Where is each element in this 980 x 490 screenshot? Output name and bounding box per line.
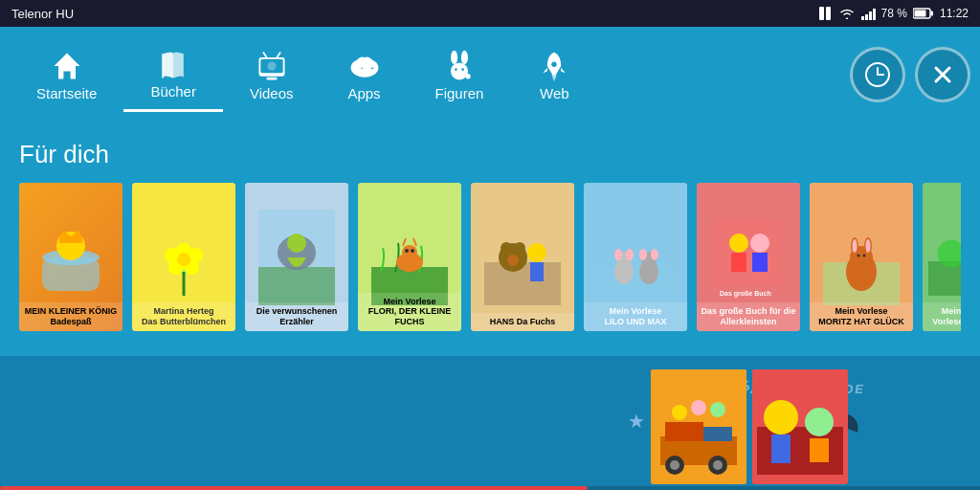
svg-point-98 (764, 400, 798, 434)
book-cover-2: Martina HertegDas Butterblümchen (132, 183, 235, 331)
nav-label-startseite: Startseite (36, 85, 97, 101)
book-illustration-1 (33, 210, 109, 305)
svg-point-77 (853, 239, 858, 253)
close-icon (928, 60, 957, 89)
star-decoration-6: ★ (628, 410, 645, 433)
book-title-6: Mein VorleseLILO UND MAX (584, 302, 687, 331)
book-cover-1: MEIN KLEINER KÖNIG Badespaß (19, 183, 122, 331)
gamepad-icon (347, 49, 382, 83)
book-card-9[interactable]: Mein Vorlese... (923, 183, 961, 331)
nav-label-web: Web (540, 85, 569, 101)
book-cover-6: Mein VorleseLILO UND MAX (584, 183, 687, 331)
book-illustration-2 (145, 210, 222, 305)
signal-bars (861, 7, 876, 20)
nav-item-videos[interactable]: Videos (223, 39, 321, 111)
svg-point-44 (287, 234, 306, 253)
clock-button[interactable] (850, 47, 905, 102)
nav-item-web[interactable]: Web (510, 39, 598, 111)
svg-point-79 (858, 254, 860, 256)
svg-rect-5 (162, 54, 164, 78)
book-card-2[interactable]: Martina HertegDas Butterblümchen (132, 183, 235, 331)
svg-point-48 (405, 249, 409, 253)
section-title: Für dich (19, 140, 961, 169)
book-card-6[interactable]: Mein VorleseLILO UND MAX (584, 183, 687, 331)
book-illustration-5 (484, 210, 561, 305)
svg-rect-66 (715, 219, 782, 286)
svg-point-49 (411, 249, 414, 253)
svg-point-11 (267, 61, 276, 70)
book-card-7[interactable]: Das große Buch Das große Buch für die Al… (697, 183, 800, 331)
svg-point-18 (461, 50, 468, 63)
svg-point-69 (750, 234, 769, 253)
svg-rect-97 (757, 427, 843, 475)
status-bar: Telenor HU 78 % 11:22 (0, 0, 980, 27)
svg-rect-100 (771, 434, 791, 463)
svg-rect-3 (930, 11, 933, 16)
svg-point-55 (527, 243, 546, 262)
nav-item-buecher[interactable]: Bücher (123, 37, 223, 112)
svg-point-53 (514, 242, 525, 254)
svg-point-95 (710, 402, 725, 417)
time-label: 11:22 (940, 7, 969, 20)
book-cover-8: Mein VorleseMORITZ HAT GLÜCK (810, 183, 913, 331)
book-card-1[interactable]: MEIN KLEINER KÖNIG Badespaß (19, 183, 122, 331)
svg-point-17 (451, 50, 457, 63)
svg-point-78 (866, 239, 871, 253)
nav-item-startseite[interactable]: Startseite (10, 39, 123, 111)
close-button[interactable] (915, 47, 970, 102)
book-illustration-4 (371, 210, 448, 305)
clock-icon (863, 60, 892, 89)
book-title-4: Mein VorleseFLORI, DER KLEINE FUCHS (358, 293, 461, 331)
bottom-books-preview (645, 356, 980, 490)
nav-label-videos: Videos (250, 85, 294, 101)
book-card-4[interactable]: Mein VorleseFLORI, DER KLEINE FUCHS (358, 183, 461, 331)
scroll-bar (0, 486, 588, 490)
svg-rect-41 (258, 267, 335, 305)
svg-text:Das große Buch: Das große Buch (720, 290, 771, 298)
book-illustration-7: Das große Buch (710, 210, 787, 305)
sim-icon (817, 7, 833, 20)
svg-point-93 (672, 405, 687, 420)
preview-book-2[interactable] (752, 369, 848, 484)
svg-rect-50 (484, 262, 561, 305)
status-icons: 78 % 11:22 (817, 7, 969, 20)
svg-point-23 (552, 61, 557, 66)
home-icon (50, 49, 84, 83)
svg-rect-91 (665, 422, 703, 441)
book-title-8: Mein VorleseMORITZ HAT GLÜCK (810, 302, 913, 331)
svg-rect-68 (731, 253, 746, 272)
svg-point-99 (805, 408, 834, 436)
svg-point-22 (465, 74, 470, 78)
scroll-indicator[interactable] (0, 486, 980, 490)
bottom-area: ★ ★ ★ ★ ★ ★ PAPATESTET.DE (0, 356, 980, 490)
svg-rect-4 (914, 11, 925, 17)
book-illustration-9 (928, 210, 961, 305)
svg-point-20 (455, 68, 457, 71)
book-card-5[interactable]: HANS Da Fuchs (471, 183, 574, 331)
rocket-icon (537, 49, 571, 83)
book-title-1: MEIN KLEINER KÖNIG Badespaß (19, 302, 122, 331)
book-card-8[interactable]: Mein VorleseMORITZ HAT GLÜCK (810, 183, 913, 331)
nav-item-figuren[interactable]: Figuren (409, 39, 511, 111)
svg-point-80 (863, 254, 866, 256)
svg-point-90 (713, 460, 723, 470)
book-title-2: Martina HertegDas Butterblümchen (132, 302, 235, 331)
book-title-7: Das große Buch für die Allerkleinsten (697, 302, 800, 331)
svg-point-47 (402, 245, 417, 260)
svg-rect-101 (810, 438, 829, 462)
book-illustration-6 (597, 210, 674, 305)
preview-book-illustration-1 (651, 369, 746, 484)
book-cover-7: Das große Buch Das große Buch für die Al… (697, 183, 800, 331)
svg-rect-92 (703, 427, 732, 441)
svg-point-94 (691, 400, 706, 415)
preview-book-illustration-2 (752, 369, 848, 484)
book-cover-4: Mein VorleseFLORI, DER KLEINE FUCHS (358, 183, 461, 331)
preview-book-1[interactable] (651, 369, 746, 484)
book-card-3[interactable]: Die verwunschenen Erzähler (245, 183, 348, 331)
svg-point-52 (501, 242, 512, 254)
nav-item-apps[interactable]: Apps (321, 39, 409, 111)
books-row: MEIN KLEINER KÖNIG Badespaß Martina Hert… (19, 183, 961, 331)
svg-rect-70 (752, 253, 768, 272)
svg-rect-1 (826, 7, 831, 20)
book-title-3: Die verwunschenen Erzähler (245, 302, 348, 331)
